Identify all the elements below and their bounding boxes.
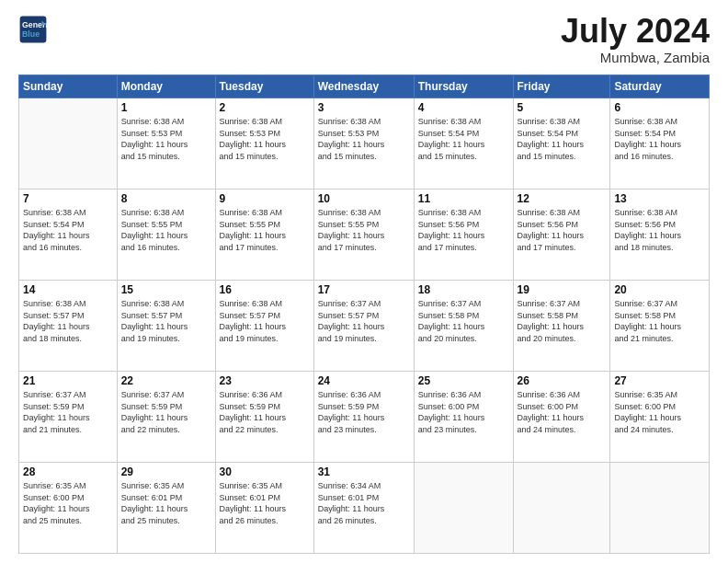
table-cell: 7Sunrise: 6:38 AM Sunset: 5:54 PM Daylig… <box>19 190 118 281</box>
day-number: 17 <box>318 283 410 296</box>
table-cell <box>610 463 710 554</box>
day-number: 22 <box>121 374 211 387</box>
day-number: 16 <box>220 283 310 296</box>
day-info: Sunrise: 6:37 AM Sunset: 5:58 PM Dayligh… <box>614 298 705 344</box>
day-info: Sunrise: 6:36 AM Sunset: 6:00 PM Dayligh… <box>518 389 607 435</box>
table-cell <box>414 463 513 554</box>
table-cell: 12Sunrise: 6:38 AM Sunset: 5:56 PM Dayli… <box>513 190 610 281</box>
calendar-title: July 2024 <box>561 15 710 48</box>
day-info: Sunrise: 6:38 AM Sunset: 5:57 PM Dayligh… <box>220 298 310 344</box>
table-cell: 28Sunrise: 6:35 AM Sunset: 6:00 PM Dayli… <box>19 463 118 554</box>
calendar-table: Sunday Monday Tuesday Wednesday Thursday… <box>18 75 710 554</box>
day-number: 4 <box>418 101 509 114</box>
svg-text:General: General <box>22 20 48 29</box>
day-number: 11 <box>418 192 509 205</box>
day-number: 24 <box>318 374 410 387</box>
table-cell: 21Sunrise: 6:37 AM Sunset: 5:59 PM Dayli… <box>19 372 118 463</box>
calendar-week-row: 14Sunrise: 6:38 AM Sunset: 5:57 PM Dayli… <box>19 281 710 372</box>
calendar-subtitle: Mumbwa, Zambia <box>561 50 710 65</box>
svg-text:Blue: Blue <box>22 29 40 39</box>
day-info: Sunrise: 6:37 AM Sunset: 5:59 PM Dayligh… <box>23 389 113 435</box>
day-number: 5 <box>518 101 607 114</box>
day-info: Sunrise: 6:36 AM Sunset: 5:59 PM Dayligh… <box>220 389 310 435</box>
table-cell: 6Sunrise: 6:38 AM Sunset: 5:54 PM Daylig… <box>610 98 710 190</box>
table-cell: 19Sunrise: 6:37 AM Sunset: 5:58 PM Dayli… <box>513 281 610 372</box>
day-number: 18 <box>418 283 509 296</box>
table-cell: 26Sunrise: 6:36 AM Sunset: 6:00 PM Dayli… <box>513 372 610 463</box>
table-cell: 27Sunrise: 6:35 AM Sunset: 6:00 PM Dayli… <box>610 372 710 463</box>
day-info: Sunrise: 6:35 AM Sunset: 6:00 PM Dayligh… <box>614 389 705 435</box>
day-number: 25 <box>418 374 509 387</box>
page: General Blue July 2024 Mumbwa, Zambia Su… <box>0 0 728 563</box>
day-number: 26 <box>518 374 607 387</box>
day-info: Sunrise: 6:38 AM Sunset: 5:53 PM Dayligh… <box>318 116 410 162</box>
day-number: 3 <box>318 101 410 114</box>
day-info: Sunrise: 6:38 AM Sunset: 5:55 PM Dayligh… <box>121 207 211 253</box>
table-cell: 4Sunrise: 6:38 AM Sunset: 5:54 PM Daylig… <box>414 98 513 190</box>
day-info: Sunrise: 6:38 AM Sunset: 5:54 PM Dayligh… <box>23 207 113 253</box>
table-cell: 5Sunrise: 6:38 AM Sunset: 5:54 PM Daylig… <box>513 98 610 190</box>
day-number: 7 <box>23 192 113 205</box>
table-cell: 3Sunrise: 6:38 AM Sunset: 5:53 PM Daylig… <box>313 98 414 190</box>
day-info: Sunrise: 6:38 AM Sunset: 5:56 PM Dayligh… <box>614 207 705 253</box>
table-cell: 1Sunrise: 6:38 AM Sunset: 5:53 PM Daylig… <box>117 98 215 190</box>
table-cell: 16Sunrise: 6:38 AM Sunset: 5:57 PM Dayli… <box>215 281 313 372</box>
table-cell <box>513 463 610 554</box>
title-block: July 2024 Mumbwa, Zambia <box>561 15 710 65</box>
day-info: Sunrise: 6:38 AM Sunset: 5:56 PM Dayligh… <box>518 207 607 253</box>
day-number: 30 <box>220 465 310 478</box>
table-cell: 17Sunrise: 6:37 AM Sunset: 5:57 PM Dayli… <box>313 281 414 372</box>
table-cell: 20Sunrise: 6:37 AM Sunset: 5:58 PM Dayli… <box>610 281 710 372</box>
day-number: 12 <box>518 192 607 205</box>
day-info: Sunrise: 6:34 AM Sunset: 6:01 PM Dayligh… <box>318 480 410 526</box>
day-info: Sunrise: 6:35 AM Sunset: 6:01 PM Dayligh… <box>121 480 211 526</box>
day-number: 29 <box>121 465 211 478</box>
table-cell: 8Sunrise: 6:38 AM Sunset: 5:55 PM Daylig… <box>117 190 215 281</box>
table-cell: 31Sunrise: 6:34 AM Sunset: 6:01 PM Dayli… <box>313 463 414 554</box>
day-number: 31 <box>318 465 410 478</box>
table-cell: 2Sunrise: 6:38 AM Sunset: 5:53 PM Daylig… <box>215 98 313 190</box>
day-info: Sunrise: 6:36 AM Sunset: 6:00 PM Dayligh… <box>418 389 509 435</box>
day-number: 14 <box>23 283 113 296</box>
day-info: Sunrise: 6:38 AM Sunset: 5:54 PM Dayligh… <box>518 116 607 162</box>
col-thursday: Thursday <box>414 75 513 98</box>
day-info: Sunrise: 6:38 AM Sunset: 5:54 PM Dayligh… <box>418 116 509 162</box>
col-wednesday: Wednesday <box>313 75 414 98</box>
logo: General Blue <box>18 15 48 44</box>
day-number: 23 <box>220 374 310 387</box>
header: General Blue July 2024 Mumbwa, Zambia <box>18 15 710 65</box>
table-cell: 9Sunrise: 6:38 AM Sunset: 5:55 PM Daylig… <box>215 190 313 281</box>
calendar-week-row: 7Sunrise: 6:38 AM Sunset: 5:54 PM Daylig… <box>19 190 710 281</box>
day-number: 8 <box>121 192 211 205</box>
table-cell: 25Sunrise: 6:36 AM Sunset: 6:00 PM Dayli… <box>414 372 513 463</box>
day-number: 1 <box>121 101 211 114</box>
col-monday: Monday <box>117 75 215 98</box>
table-cell <box>19 98 118 190</box>
table-cell: 15Sunrise: 6:38 AM Sunset: 5:57 PM Dayli… <box>117 281 215 372</box>
day-number: 10 <box>318 192 410 205</box>
table-cell: 23Sunrise: 6:36 AM Sunset: 5:59 PM Dayli… <box>215 372 313 463</box>
day-info: Sunrise: 6:35 AM Sunset: 6:01 PM Dayligh… <box>220 480 310 526</box>
day-info: Sunrise: 6:36 AM Sunset: 5:59 PM Dayligh… <box>318 389 410 435</box>
day-info: Sunrise: 6:37 AM Sunset: 5:58 PM Dayligh… <box>518 298 607 344</box>
table-cell: 14Sunrise: 6:38 AM Sunset: 5:57 PM Dayli… <box>19 281 118 372</box>
day-number: 20 <box>614 283 705 296</box>
day-info: Sunrise: 6:38 AM Sunset: 5:57 PM Dayligh… <box>121 298 211 344</box>
day-info: Sunrise: 6:38 AM Sunset: 5:56 PM Dayligh… <box>418 207 509 253</box>
table-cell: 18Sunrise: 6:37 AM Sunset: 5:58 PM Dayli… <box>414 281 513 372</box>
weekday-header-row: Sunday Monday Tuesday Wednesday Thursday… <box>19 75 710 98</box>
col-saturday: Saturday <box>610 75 710 98</box>
day-info: Sunrise: 6:35 AM Sunset: 6:00 PM Dayligh… <box>23 480 113 526</box>
day-info: Sunrise: 6:38 AM Sunset: 5:55 PM Dayligh… <box>220 207 310 253</box>
day-number: 19 <box>518 283 607 296</box>
calendar-week-row: 1Sunrise: 6:38 AM Sunset: 5:53 PM Daylig… <box>19 98 710 190</box>
day-info: Sunrise: 6:38 AM Sunset: 5:53 PM Dayligh… <box>121 116 211 162</box>
table-cell: 22Sunrise: 6:37 AM Sunset: 5:59 PM Dayli… <box>117 372 215 463</box>
day-number: 21 <box>23 374 113 387</box>
day-number: 6 <box>614 101 705 114</box>
calendar-week-row: 28Sunrise: 6:35 AM Sunset: 6:00 PM Dayli… <box>19 463 710 554</box>
day-info: Sunrise: 6:38 AM Sunset: 5:54 PM Dayligh… <box>614 116 705 162</box>
table-cell: 13Sunrise: 6:38 AM Sunset: 5:56 PM Dayli… <box>610 190 710 281</box>
day-info: Sunrise: 6:38 AM Sunset: 5:53 PM Dayligh… <box>220 116 310 162</box>
calendar-week-row: 21Sunrise: 6:37 AM Sunset: 5:59 PM Dayli… <box>19 372 710 463</box>
